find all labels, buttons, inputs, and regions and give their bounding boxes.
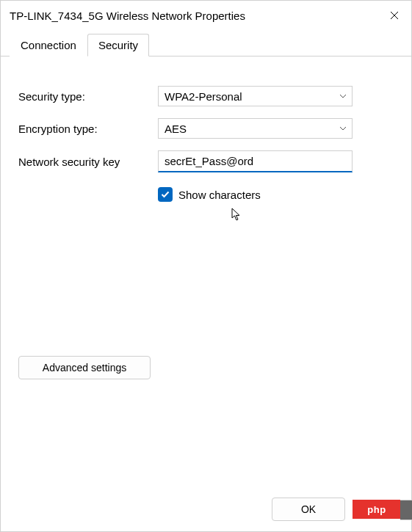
show-characters-row: Show characters [158, 187, 394, 202]
show-characters-checkbox[interactable] [158, 187, 173, 202]
encryption-type-select[interactable]: AES [158, 118, 353, 139]
show-characters-label: Show characters [178, 189, 261, 201]
window-title: TP-LINK_7434_5G Wireless Network Propert… [10, 10, 377, 22]
cursor-icon [231, 208, 243, 222]
encryption-type-value: AES [165, 123, 187, 135]
security-type-label: Security type: [18, 90, 151, 103]
advanced-settings-button[interactable]: Advanced settings [18, 356, 151, 379]
ok-button[interactable]: OK [272, 498, 345, 521]
security-type-select[interactable]: WPA2-Personal [158, 86, 353, 106]
tab-content: Security type: WPA2-Personal Encryption … [1, 57, 411, 489]
titlebar: TP-LINK_7434_5G Wireless Network Propert… [1, 1, 411, 30]
tab-security[interactable]: Security [87, 34, 149, 57]
tab-bar: Connection Security [1, 30, 411, 57]
check-icon [160, 189, 170, 200]
network-key-label: Network security key [18, 156, 151, 168]
close-icon [390, 11, 399, 20]
security-type-value: WPA2-Personal [165, 90, 242, 103]
close-button[interactable] [377, 1, 411, 30]
network-key-input[interactable] [158, 150, 353, 172]
dialog-footer: OK php [1, 489, 411, 531]
advanced-row: Advanced settings [18, 356, 394, 379]
php-badge: php [353, 500, 401, 519]
encryption-type-label: Encryption type: [18, 123, 151, 135]
tab-connection[interactable]: Connection [10, 34, 87, 57]
form: Security type: WPA2-Personal Encryption … [18, 86, 394, 202]
properties-dialog: TP-LINK_7434_5G Wireless Network Propert… [0, 0, 412, 532]
